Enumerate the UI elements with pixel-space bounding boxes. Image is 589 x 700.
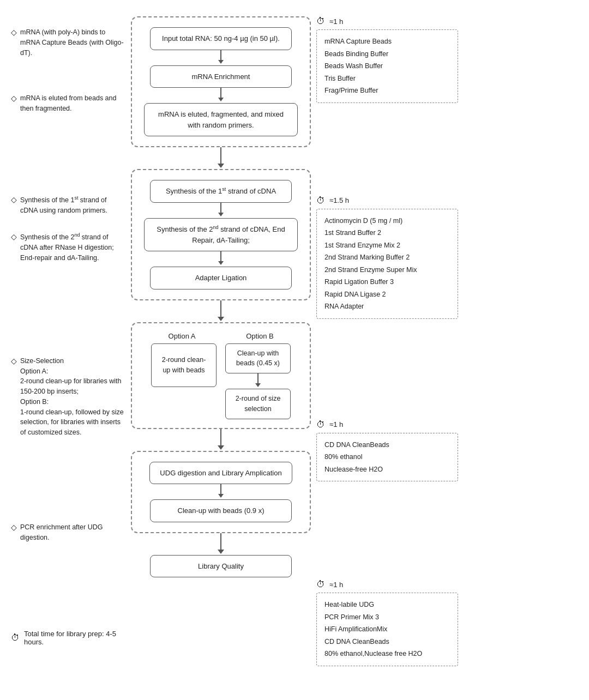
reagent-2-4: 2nd Strand Marking Buffer 2 [324, 251, 450, 264]
option-b-box2: 2-round of size selection [225, 389, 291, 419]
step8-box: Clean-up with beads (0.9 x) [150, 499, 292, 522]
step3-box: mRNA is eluted, fragmented, and mixed wi… [144, 103, 298, 136]
option-a-title: Option A [147, 332, 218, 340]
step2-box: mRNA Enrichment [150, 65, 292, 88]
center-flow: Input total RNA: 50 ng-4 µg (in 50 µl). … [131, 11, 311, 700]
clock-icon-1: ⏱ [316, 16, 325, 26]
reagent-box-1: mRNA Capture Beads Beads Binding Buffer … [316, 29, 458, 103]
time1-label: ≈1 h [329, 17, 343, 26]
clock-icon-4: ⏱ [316, 580, 325, 589]
reagent-box-2: Actinomycin D (5 mg / ml) 1st Strand Buf… [316, 209, 458, 319]
step1-label: Input total RNA: 50 ng-4 µg (in 50 µl). [162, 34, 280, 43]
step6-label: Adapter Ligation [195, 274, 247, 282]
reagent-1-2: Beads Binding Buffer [324, 48, 450, 61]
note-2: ◇ mRNA is eluted from beads and then fra… [11, 93, 125, 114]
reagent-4-4: CD DNA CleanBeads [324, 636, 450, 648]
option-a-box: 2-round clean-up with beads [151, 343, 217, 387]
diamond-6: ◇ [11, 522, 17, 533]
arrow-5-6 [218, 251, 224, 267]
note-4: ◇ Synthesis of the 2nd strand of cDNA af… [11, 232, 125, 263]
time2-label: ≈1.5 h [329, 196, 349, 204]
time3: ⏱ ≈1 h [316, 420, 458, 430]
step2-label: mRNA Enrichment [192, 73, 250, 81]
reagent-2-1: Actinomycin D (5 mg / ml) [324, 215, 450, 227]
note-3-text: Synthesis of the 1st strand of cDNA usin… [20, 195, 125, 216]
inter-arrow-2 [218, 300, 224, 322]
section4-group: UDG digestion and Library Amplication Cl… [131, 451, 311, 533]
note-5-text: Size-Selection Option A: 2-round clean-u… [20, 356, 125, 438]
option-b-arrow [255, 373, 261, 389]
time2: ⏱ ≈1.5 h [316, 196, 458, 206]
inter-arrow-1 [218, 147, 224, 169]
right-reagents: ⏱ ≈1 h mRNA Capture Beads Beads Binding … [311, 11, 458, 700]
section3-group: Option A Option B 2-round clean-up with … [131, 322, 311, 429]
reagent-2-3: 1st Strand Enzyme Mix 2 [324, 239, 450, 252]
reagent-1-5: Frag/Prime Buffer [324, 85, 450, 97]
reagent-4-3: HiFi AmplificationMix [324, 623, 450, 636]
note-3: ◇ Synthesis of the 1st strand of cDNA us… [11, 195, 125, 216]
reagent-4-2: PCR Primer Mix 3 [324, 611, 450, 624]
clock-icon-2: ⏱ [316, 196, 325, 206]
step4-box: Synthesis of the 1st strand of cDNA [150, 180, 292, 203]
page: ◇ mRNA (with poly-A) binds to mRNA Captu… [0, 0, 589, 700]
diamond-2: ◇ [11, 93, 17, 104]
note-6: ◇ PCR enrichment after UDG digestion. [11, 522, 125, 543]
option-b-step2: 2-round of size selection [236, 395, 281, 413]
reagent-3-3: Nuclease-free H2O [324, 463, 450, 476]
final-step-label: Library Quality [198, 562, 244, 570]
reagent-2-7: Rapid DNA Ligase 2 [324, 288, 450, 301]
inter-arrow-3 [218, 429, 224, 451]
option-titles: Option A Option B [143, 332, 299, 343]
arrow-4-5 [218, 203, 224, 218]
option-a-step: 2-round clean-up with beads [158, 355, 209, 376]
reagent-3-1: CD DNA CleanBeads [324, 439, 450, 451]
reagent-2-6: Rapid Ligation Buffer 3 [324, 276, 450, 288]
split-flow: 2-round clean-up with beads Clean-up wit… [151, 343, 291, 419]
option-b-box1: Clean-up with beads (0.45 x) [225, 343, 291, 374]
reagent-3-2: 80% ethanol [324, 451, 450, 463]
time1: ⏱ ≈1 h [316, 16, 458, 26]
note-1-text: mRNA (with poly-A) binds to mRNA Capture… [20, 27, 125, 58]
note-4-text: Synthesis of the 2nd strand of cDNA afte… [20, 232, 125, 263]
note-6-text: PCR enrichment after UDG digestion. [20, 522, 125, 543]
step5-label: Synthesis of the 2nd strand of cDNA, End… [157, 225, 285, 244]
note-2-text: mRNA is eluted from beads and then fragm… [20, 93, 125, 114]
left-notes: ◇ mRNA (with poly-A) binds to mRNA Captu… [11, 11, 131, 700]
step8-label: Clean-up with beads (0.9 x) [178, 506, 265, 515]
step5-box: Synthesis of the 2nd strand of cDNA, End… [144, 218, 298, 251]
reagent-box-3: CD DNA CleanBeads 80% ethanol Nuclease-f… [316, 433, 458, 482]
step1-box: Input total RNA: 50 ng-4 µg (in 50 µl). [150, 27, 292, 50]
section4-reagents: ⏱ ≈1 h Heat-labile UDG PCR Primer Mix 3 … [316, 580, 458, 666]
section1-group: Input total RNA: 50 ng-4 µg (in 50 µl). … [131, 16, 311, 147]
step6-box: Adapter Ligation [150, 267, 292, 289]
reagent-4-5: 80% ethanol,Nuclease free H2O [324, 648, 450, 660]
arrow-2-3 [218, 88, 224, 103]
diamond-5: ◇ [11, 356, 17, 367]
reagent-2-5: 2nd Strand Enzyme Super Mix [324, 264, 450, 276]
diamond-1: ◇ [11, 27, 17, 38]
step4-label: Synthesis of the 1st strand of cDNA [166, 187, 276, 195]
option-b: Clean-up with beads (0.45 x) 2-round of … [225, 343, 291, 419]
clock-icon-3: ⏱ [316, 420, 325, 430]
option-b-step1: Clean-up with beads (0.45 x) [236, 349, 280, 367]
reagent-2-8: RNA Adapter [324, 300, 450, 313]
section1-reagents: ⏱ ≈1 h mRNA Capture Beads Beads Binding … [316, 16, 458, 103]
reagent-box-4: Heat-labile UDG PCR Primer Mix 3 HiFi Am… [316, 593, 458, 666]
diamond-3: ◇ [11, 195, 17, 206]
step7-box: UDG digestion and Library Amplication [149, 462, 292, 485]
reagent-1-3: Beads Wash Buffer [324, 60, 450, 73]
reagent-4-1: Heat-labile UDG [324, 599, 450, 611]
clock-icon-total: ⏱ [11, 633, 20, 643]
note-1: ◇ mRNA (with poly-A) binds to mRNA Captu… [11, 27, 125, 58]
reagent-2-2: 1st Strand Buffer 2 [324, 227, 450, 239]
section3-reagents: ⏱ ≈1 h CD DNA CleanBeads 80% ethanol Nuc… [316, 420, 458, 482]
arrow-7-8 [218, 484, 224, 499]
diamond-4: ◇ [11, 232, 17, 243]
arrow-1-2 [218, 50, 224, 65]
time4: ⏱ ≈1 h [316, 580, 458, 589]
final-step-box: Library Quality [150, 555, 292, 578]
step7-label: UDG digestion and Library Amplication [160, 469, 281, 477]
step3-label: mRNA is eluted, fragmented, and mixed wi… [158, 110, 284, 129]
total-time: ⏱ Total time for library prep: 4-5 hours… [11, 630, 125, 646]
reagent-1-1: mRNA Capture Beads [324, 35, 450, 48]
